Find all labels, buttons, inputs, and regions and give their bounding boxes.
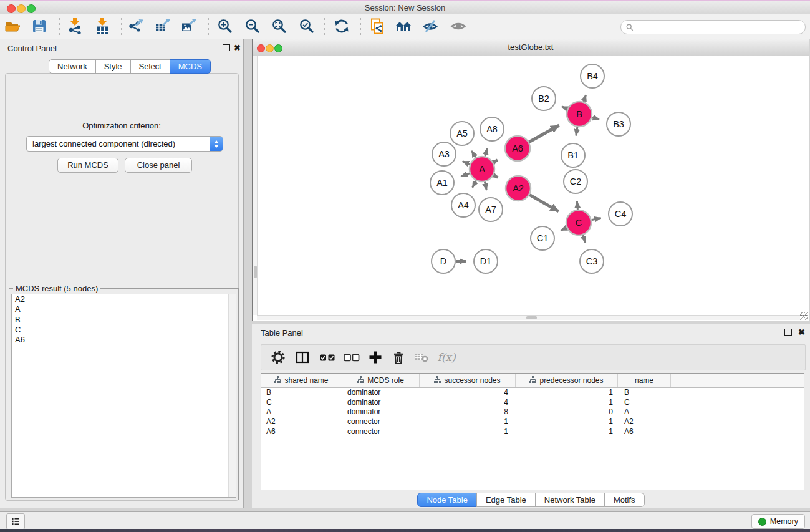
refresh-icon[interactable]	[333, 17, 350, 35]
open-file-icon[interactable]	[4, 17, 22, 35]
graph-edge-A-A4[interactable]	[473, 181, 476, 188]
graph-node-A3[interactable]: A3	[432, 142, 456, 166]
mcds-result-item-C[interactable]: C	[12, 325, 236, 335]
export-table-icon[interactable]	[154, 17, 171, 35]
column-header-shared-name[interactable]: shared name	[261, 374, 342, 387]
column-header-predecessor-nodes[interactable]: predecessor nodes	[516, 374, 618, 387]
graph-edge-B-B1[interactable]	[576, 127, 577, 136]
graph-edge-C-C4[interactable]	[592, 218, 601, 220]
graph-node-D[interactable]: D	[432, 249, 455, 273]
close-panel-icon[interactable]: ✖	[234, 44, 241, 51]
zoom-in-icon[interactable]	[216, 17, 234, 35]
graph-edge-C-C3[interactable]	[583, 235, 586, 243]
graph-edge-B-B3[interactable]	[592, 117, 599, 119]
graph-node-B3[interactable]: B3	[607, 112, 630, 136]
graph-edge-B-B2[interactable]	[562, 107, 567, 109]
network-graph[interactable]: B4B2BB3A5A8A6B1A3AA1C2A2A4A7C4CC1C3DD1	[254, 56, 809, 316]
tab-select[interactable]: Select	[130, 59, 170, 74]
graph-edge-A-A7[interactable]	[485, 182, 486, 190]
float-panel-icon[interactable]	[223, 44, 230, 51]
save-session-icon[interactable]	[31, 17, 48, 35]
mcds-result-list[interactable]: A2ABCA6	[11, 294, 236, 498]
mcds-list-scrollbar[interactable]	[228, 294, 236, 497]
copy-network-icon[interactable]	[369, 17, 386, 35]
tab-style[interactable]: Style	[95, 59, 131, 74]
graph-node-C4[interactable]: C4	[609, 202, 632, 226]
tab-edge-table[interactable]: Edge Table	[476, 493, 536, 507]
graph-node-B1[interactable]: B1	[561, 143, 585, 167]
close-panel-button[interactable]: Close panel	[125, 158, 192, 173]
tab-network-table[interactable]: Network Table	[535, 493, 605, 507]
function-builder-icon[interactable]: f(x)	[436, 350, 457, 365]
column-header-name[interactable]: name	[618, 374, 671, 387]
graph-node-A5[interactable]: A5	[450, 122, 474, 145]
tab-motifs[interactable]: Motifs	[604, 493, 645, 507]
tab-network[interactable]: Network	[49, 59, 96, 74]
column-header-MCDS-role[interactable]: MCDS role	[342, 374, 420, 387]
home-views-icon[interactable]	[395, 17, 412, 35]
table-row-A2[interactable]: A2connector11A2	[261, 417, 804, 427]
show-panels-button[interactable]	[6, 513, 25, 530]
graph-edge-A-A5[interactable]	[472, 151, 476, 158]
graph-node-C1[interactable]: C1	[531, 226, 554, 250]
graph-node-A4[interactable]: A4	[451, 193, 475, 217]
show-eye-icon[interactable]	[450, 17, 467, 35]
export-image-icon[interactable]	[180, 17, 198, 35]
table-row-A[interactable]: Adominator80A	[261, 407, 804, 417]
graph-edge-A2-C[interactable]	[529, 195, 559, 211]
close-table-panel-icon[interactable]: ✖	[798, 329, 805, 336]
optimization-criterion-dropdown[interactable]: largest connected component (directed)	[26, 136, 223, 152]
graph-node-C[interactable]: C	[566, 210, 591, 235]
graph-node-A6[interactable]: A6	[505, 136, 530, 161]
select-all-icon[interactable]	[319, 350, 336, 365]
tab-node-table[interactable]: Node Table	[417, 493, 477, 507]
graph-edge-A-A3[interactable]	[463, 162, 470, 165]
import-network-icon[interactable]	[66, 17, 84, 35]
graph-edge-A-A1[interactable]	[461, 173, 470, 177]
tab-mcds[interactable]: MCDS	[170, 59, 211, 74]
import-table-icon[interactable]	[94, 17, 111, 35]
mcds-result-item-B[interactable]: B	[12, 315, 236, 325]
zoom-selected-icon[interactable]	[298, 17, 316, 35]
mcds-result-item-A6[interactable]: A6	[12, 335, 236, 345]
graph-edge-B-B4[interactable]	[584, 95, 586, 102]
network-window-titlebar[interactable]: testGlobe.txt	[253, 39, 809, 56]
graph-edge-A6-B[interactable]	[529, 125, 559, 142]
zoom-fit-icon[interactable]	[271, 17, 288, 35]
hide-selected-eye-icon[interactable]	[422, 17, 439, 35]
float-table-panel-icon[interactable]	[784, 329, 792, 336]
run-mcds-button[interactable]: Run MCDS	[57, 158, 118, 173]
search-input[interactable]	[634, 23, 805, 32]
graph-node-A[interactable]: A	[470, 157, 494, 181]
table-row-A6[interactable]: A6connector11A6	[261, 427, 804, 437]
mcds-result-item-A2[interactable]: A2	[12, 294, 236, 304]
add-column-plus-icon[interactable]	[368, 350, 383, 365]
graph-node-D1[interactable]: D1	[474, 249, 498, 273]
graph-edge-A-A2[interactable]	[494, 175, 498, 178]
mcds-result-item-A[interactable]: A	[12, 304, 236, 314]
graph-node-C3[interactable]: C3	[580, 249, 604, 273]
delete-column-trash-icon[interactable]	[391, 350, 406, 365]
split-panel-icon[interactable]	[295, 350, 310, 365]
graph-node-A7[interactable]: A7	[479, 198, 503, 221]
memory-button[interactable]: Memory	[751, 514, 805, 529]
graph-edge-A-A6[interactable]	[493, 160, 498, 163]
zoom-out-icon[interactable]	[244, 17, 261, 35]
deselect-all-icon[interactable]	[344, 350, 360, 365]
graph-node-B4[interactable]: B4	[581, 64, 604, 88]
export-network-icon[interactable]	[127, 17, 145, 35]
column-header-successor-nodes[interactable]: successor nodes	[420, 374, 516, 387]
table-row-B[interactable]: Bdominator41B	[261, 388, 804, 398]
graph-edge-A-A8[interactable]	[485, 148, 487, 157]
column-settings-gear-icon[interactable]	[271, 350, 286, 365]
graph-edge-C-C2[interactable]	[577, 201, 577, 210]
graph-node-A2[interactable]: A2	[506, 176, 531, 201]
table-row-C[interactable]: Cdominator41C	[261, 398, 804, 408]
graph-node-C2[interactable]: C2	[564, 170, 587, 193]
graph-node-B2[interactable]: B2	[532, 87, 556, 110]
graph-node-A8[interactable]: A8	[480, 117, 504, 141]
graph-edge-C-C1[interactable]	[561, 228, 566, 230]
delete-table-icon[interactable]	[414, 350, 429, 365]
graph-node-B[interactable]: B	[567, 102, 592, 127]
graph-node-A1[interactable]: A1	[430, 171, 454, 195]
